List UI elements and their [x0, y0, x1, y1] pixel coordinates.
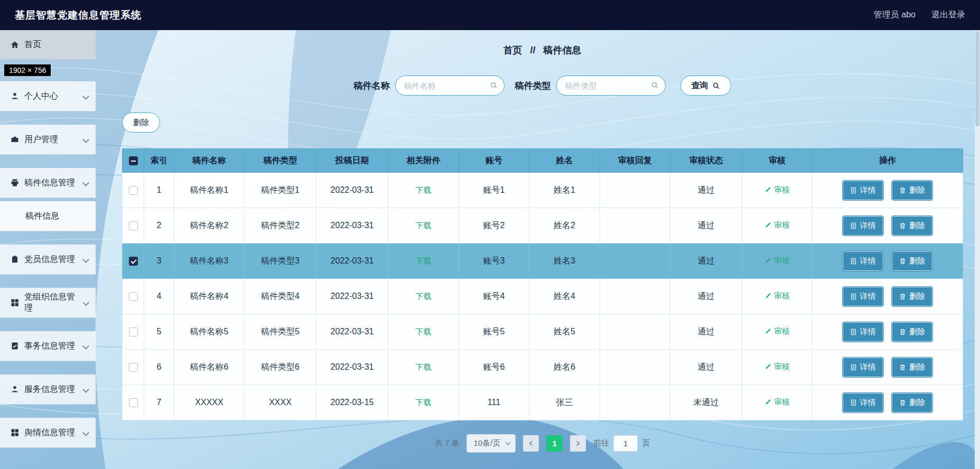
bulk-delete-label: 删除 — [133, 118, 149, 128]
row-checkbox[interactable] — [129, 363, 138, 372]
cell-index: 4 — [144, 279, 174, 314]
delete-row-button[interactable]: 删除 — [892, 251, 932, 271]
delete-row-button[interactable]: 删除 — [892, 216, 932, 236]
cell-name: XXXXX — [174, 385, 245, 420]
sidebar-item-personal-center[interactable]: 个人中心 — [0, 81, 96, 111]
detail-button[interactable]: 详情 — [843, 287, 883, 306]
search-icon — [712, 82, 720, 90]
table-row: 2 稿件名称2 稿件类型2 2022-03-31 下载 账号2 姓名2 通过 审… — [123, 208, 963, 243]
delete-row-button[interactable]: 删除 — [892, 358, 932, 377]
cell-person: 张三 — [529, 385, 600, 420]
manuscript-type-input[interactable] — [556, 76, 666, 96]
download-link[interactable]: 下载 — [416, 221, 432, 230]
row-checkbox[interactable] — [129, 292, 138, 301]
cell-index: 2 — [144, 208, 174, 243]
sidebar-item-affairs-management[interactable]: 事务信息管理 — [0, 331, 96, 361]
scrollbar-thumb[interactable] — [975, 31, 979, 126]
user-icon — [11, 385, 19, 393]
cell-reply — [600, 314, 670, 350]
detail-button[interactable]: 详情 — [843, 181, 883, 200]
row-checkbox[interactable] — [129, 398, 138, 407]
sidebar-item-label: 服务信息管理 — [24, 384, 75, 395]
row-checkbox[interactable] — [129, 327, 138, 336]
cell-status: 通过 — [670, 243, 742, 279]
sidebar-item-party-member-management[interactable]: 党员信息管理 — [0, 245, 96, 275]
cell-person: 姓名5 — [529, 314, 600, 350]
admin-user-label[interactable]: 管理员 abo — [874, 10, 916, 21]
download-link[interactable]: 下载 — [416, 327, 432, 336]
cell-type: 稿件类型6 — [245, 350, 316, 385]
download-link[interactable]: 下载 — [416, 362, 432, 371]
vertical-scrollbar[interactable] — [975, 30, 980, 469]
detail-button[interactable]: 详情 — [843, 322, 883, 342]
sidebar-item-user-management[interactable]: 用户管理 — [0, 125, 96, 155]
cell-index: 1 — [144, 173, 174, 208]
detail-button-label: 详情 — [860, 185, 876, 195]
cell-index: 5 — [144, 314, 174, 350]
table-row: 6 稿件名称6 稿件类型6 2022-03-31 下载 账号6 姓名6 通过 审… — [123, 350, 963, 385]
search-icon — [651, 81, 659, 89]
detail-button[interactable]: 详情 — [843, 393, 883, 412]
bulk-delete-button[interactable]: 删除 — [122, 112, 160, 133]
goto-page-input[interactable] — [613, 435, 638, 452]
chevron-down-icon — [82, 93, 89, 100]
table-row: 3 稿件名称3 稿件类型3 2022-03-31 下载 账号3 姓名3 通过 审… — [123, 243, 963, 279]
cell-account: 账号1 — [459, 173, 529, 208]
trash-icon — [899, 364, 906, 371]
sidebar-item-manuscript-management[interactable]: 稿件信息管理 — [0, 168, 96, 198]
page-number-button[interactable]: 1 — [546, 435, 563, 452]
detail-button[interactable]: 详情 — [843, 216, 883, 236]
page-size-select[interactable]: 10条/页 — [466, 434, 516, 453]
sidebar-item-home[interactable]: 首页 — [0, 30, 96, 60]
review-link[interactable]: 审核 — [764, 291, 790, 301]
chevron-down-icon — [83, 299, 89, 306]
review-link[interactable]: 审核 — [764, 362, 790, 372]
delete-row-button[interactable]: 删除 — [892, 181, 932, 200]
cell-type: 稿件类型5 — [245, 314, 316, 350]
chevron-down-icon — [82, 136, 89, 143]
cell-person: 姓名2 — [529, 208, 600, 243]
prev-page-button[interactable] — [523, 435, 539, 452]
sidebar-item-label: 稿件信息管理 — [24, 177, 75, 189]
sidebar-item-service-management[interactable]: 服务信息管理 — [0, 374, 96, 405]
review-link[interactable]: 审核 — [764, 220, 790, 230]
query-button[interactable]: 查询 — [680, 76, 731, 96]
sidebar-item-public-opinion-management[interactable]: 舆情信息管理 — [0, 418, 96, 448]
breadcrumb-home[interactable]: 首页 — [503, 45, 522, 55]
review-link[interactable]: 审核 — [764, 397, 790, 407]
detail-button[interactable]: 详情 — [843, 358, 883, 377]
row-checkbox[interactable] — [129, 221, 138, 230]
select-all-checkbox[interactable] — [129, 156, 138, 165]
document-icon — [850, 329, 857, 335]
home-icon — [11, 41, 19, 49]
row-checkbox[interactable] — [129, 186, 138, 195]
delete-row-button[interactable]: 删除 — [892, 287, 932, 306]
cell-reply — [600, 173, 670, 208]
table-toolbar: 删除 — [122, 112, 963, 133]
table-row: 4 稿件名称4 稿件类型4 2022-03-31 下载 账号4 姓名4 通过 审… — [123, 279, 963, 314]
review-link[interactable]: 审核 — [764, 326, 790, 336]
cell-date: 2022-03-31 — [316, 350, 388, 385]
sidebar-item-party-org-management[interactable]: 党组织信息管理 — [0, 288, 96, 318]
chevron-down-icon — [82, 386, 89, 393]
download-link[interactable]: 下载 — [416, 292, 432, 301]
cell-status: 通过 — [670, 350, 742, 385]
delete-row-button[interactable]: 删除 — [892, 322, 932, 342]
delete-row-button[interactable]: 删除 — [892, 393, 932, 412]
detail-button[interactable]: 详情 — [843, 251, 883, 271]
delete-button-label: 删除 — [909, 221, 925, 231]
download-link[interactable]: 下载 — [416, 256, 432, 265]
review-link[interactable]: 审核 — [764, 185, 790, 195]
manuscript-type-label: 稿件类型 — [515, 80, 551, 92]
download-link[interactable]: 下载 — [416, 398, 432, 407]
review-link-label: 审核 — [774, 362, 790, 372]
pagination: 共 7 条 10条/页 1 前往 页 — [122, 434, 963, 453]
manuscript-name-input[interactable] — [395, 76, 505, 96]
review-link[interactable]: 审核 — [764, 256, 790, 266]
logout-link[interactable]: 退出登录 — [931, 10, 965, 21]
download-link[interactable]: 下载 — [416, 185, 432, 194]
next-page-button[interactable] — [570, 435, 586, 452]
sidebar-subitem-manuscript-info[interactable]: 稿件信息 — [0, 201, 96, 231]
row-checkbox[interactable] — [129, 257, 138, 266]
cell-index: 6 — [144, 350, 174, 385]
